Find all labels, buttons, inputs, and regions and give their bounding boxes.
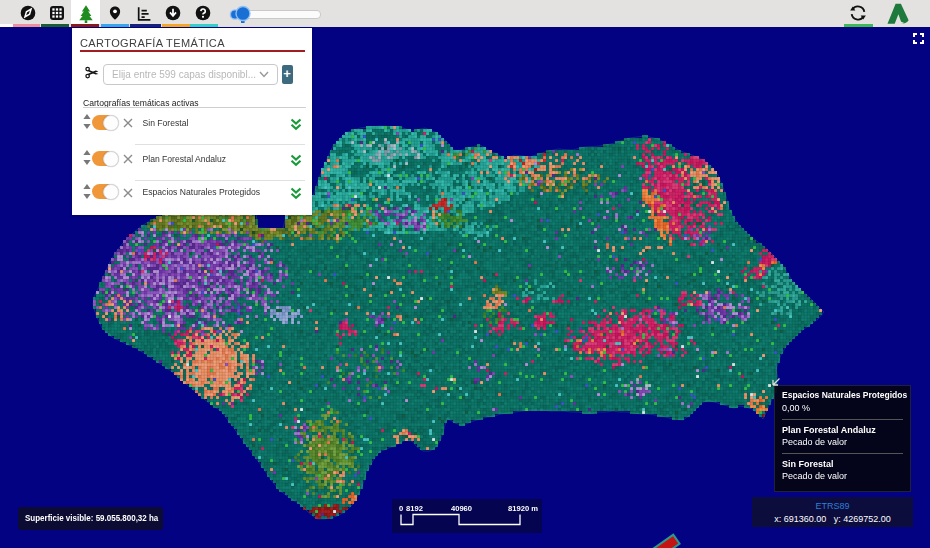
svg-text:8192: 8192 <box>406 504 423 513</box>
svg-text:40960: 40960 <box>451 504 472 513</box>
svg-text:81920 m: 81920 m <box>508 504 538 513</box>
svg-text:0: 0 <box>399 504 403 513</box>
